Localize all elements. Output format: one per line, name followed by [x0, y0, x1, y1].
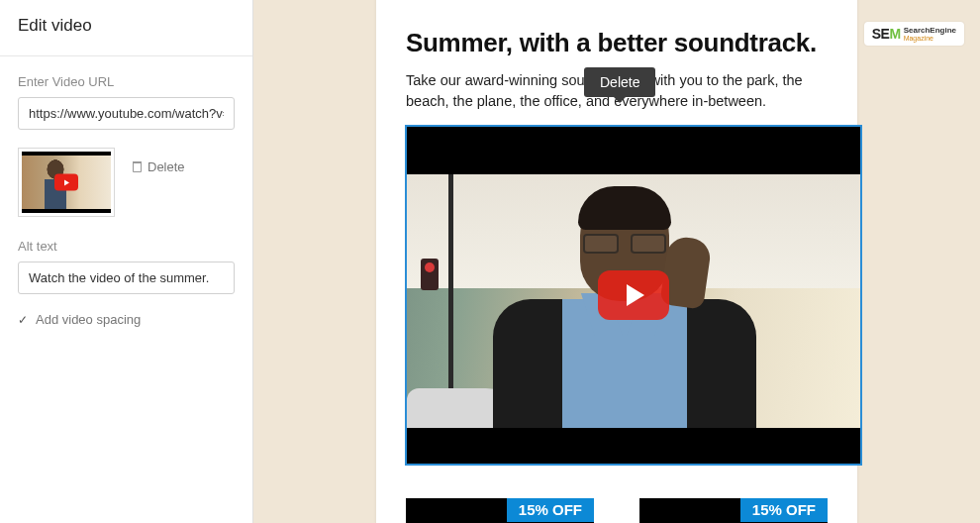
promo-tile-1[interactable]: 15% OFF — [406, 498, 594, 523]
trash-icon — [133, 161, 142, 172]
video-thumbnail[interactable] — [18, 148, 115, 217]
watermark-badge: SEM SearchEngine Magazine — [864, 22, 964, 46]
delete-tooltip: Delete — [584, 67, 655, 97]
embedded-video-block[interactable] — [406, 126, 861, 465]
headline: Summer, with a better soundtrack. — [406, 28, 828, 58]
discount-badge: 15% OFF — [507, 498, 594, 522]
promo-row: 15% OFF 15% OFF — [406, 498, 828, 523]
play-button[interactable] — [598, 270, 669, 320]
sidebar-header: Edit video — [0, 0, 252, 56]
sidebar-title: Edit video — [18, 16, 235, 36]
alt-text-label: Alt text — [18, 239, 235, 254]
watermark-logo: SEM — [872, 26, 901, 42]
alt-text-section: Alt text — [18, 239, 235, 294]
watermark-text: SearchEngine Magazine — [904, 27, 956, 42]
edit-video-sidebar: Edit video Enter Video URL Delete Alt te… — [0, 0, 253, 523]
check-icon: ✓ — [18, 313, 28, 327]
spacing-label: Add video spacing — [36, 312, 141, 327]
delete-video-link[interactable]: Delete — [133, 159, 185, 174]
add-video-spacing-toggle[interactable]: ✓ Add video spacing — [18, 312, 235, 327]
video-url-input[interactable] — [18, 97, 235, 130]
play-icon — [54, 174, 78, 191]
discount-badge: 15% OFF — [740, 498, 828, 522]
url-label: Enter Video URL — [18, 74, 235, 89]
sidebar-body: Enter Video URL Delete Alt text ✓ Add vi… — [0, 56, 252, 345]
alt-text-input[interactable] — [18, 262, 235, 294]
promo-tile-2[interactable]: 15% OFF — [639, 498, 828, 523]
thumbnail-row: Delete — [18, 148, 235, 217]
delete-label: Delete — [147, 159, 185, 174]
